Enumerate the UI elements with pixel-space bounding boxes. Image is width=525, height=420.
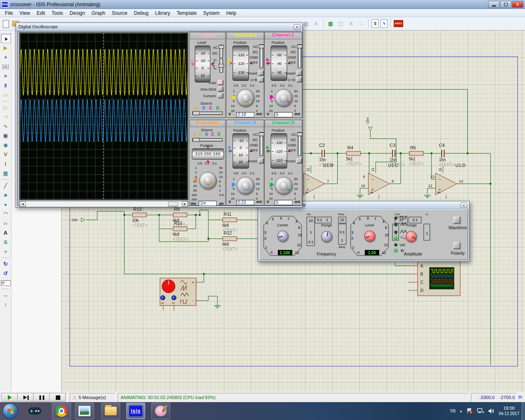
section-trigger-edge-slider-thumb[interactable] [219, 64, 224, 68]
play-button[interactable] [2, 393, 18, 402]
section-channel-d-position-arrows[interactable] [266, 146, 269, 153]
section-trigger-level-arrows[interactable] [190, 59, 194, 66]
subcircuit-tool[interactable]: ▱ [1, 90, 11, 100]
opamp-u1-c[interactable]: −+U1:C8114910 [361, 163, 398, 199]
section-channel-d-coupling-slider-thumb[interactable] [297, 132, 302, 136]
maximize-button[interactable] [500, 1, 511, 8]
section-channel-a-gain-knob[interactable] [237, 89, 254, 107]
section-channel-b-position-arrows[interactable] [228, 146, 231, 153]
section-trigger-auto-button[interactable] [218, 80, 223, 85]
new-design-icon[interactable] [3, 20, 9, 28]
show-desktop-button[interactable] [522, 402, 525, 420]
section-trigger-level-scale[interactable]: -20-10010 [195, 46, 210, 82]
resistor-body[interactable] [173, 227, 187, 231]
menu-item-graph[interactable]: Graph [88, 9, 108, 17]
oscilloscope-titlebar[interactable]: Digital Oscilloscope [16, 23, 302, 31]
selection-tool[interactable]: ▲ [1, 34, 11, 43]
section-horizontal-position-scale[interactable]: 210 200 190 [192, 148, 224, 160]
netlist-compile-icon[interactable]: ▦ [326, 19, 335, 28]
language-indicator[interactable]: TR [450, 409, 456, 413]
minimize-button[interactable] [488, 1, 500, 8]
tray-expand-icon[interactable]: ▲ [459, 409, 463, 413]
resistor-r12[interactable]: R126k8<TEXT> [222, 231, 237, 251]
section-channel-d-position-scale[interactable]: -130-120-110 [271, 133, 287, 169]
section-channel-b-gain-value[interactable]: 0.23 [236, 200, 254, 205]
waveform-button[interactable] [453, 217, 460, 224]
generator-component[interactable]: AMFM+- [160, 278, 201, 310]
flip-horizontal-button[interactable]: ↔ [1, 290, 11, 300]
section-channel-c-extra-button[interactable] [297, 77, 302, 82]
menu-item-help[interactable]: Help [223, 9, 240, 17]
menu-item-library[interactable]: Library [152, 9, 173, 17]
tape-recorder-tool[interactable]: ▣ [1, 131, 11, 140]
component-tool[interactable]: ▶ [1, 43, 11, 52]
section-channel-a-position-arrows[interactable] [228, 58, 231, 65]
current-probe-tool[interactable]: I [1, 159, 11, 169]
section-horizontal-source-slider[interactable] [192, 138, 223, 142]
section-channel-a-gain-value[interactable]: 2.18 [236, 112, 254, 117]
graph-tool[interactable]: ∿ [1, 121, 11, 131]
paint-app[interactable] [151, 403, 170, 419]
stop-button[interactable] [50, 393, 66, 402]
section-trigger-cursors-button[interactable] [218, 93, 223, 98]
taskbar-clock[interactable]: 19:00 04.12.2017 [499, 406, 519, 416]
section-trigger-source-slider-thumb[interactable] [193, 111, 199, 115]
section-channel-c-position-arrows[interactable] [266, 58, 269, 65]
menu-item-source[interactable]: Source [109, 9, 131, 17]
resistor-body[interactable] [347, 151, 361, 155]
section-horizontal-source-slider-thumb[interactable] [193, 138, 199, 142]
wire-label-tool[interactable]: LBL [1, 62, 11, 71]
text-script-tool[interactable]: ≡ [1, 71, 11, 81]
volume-icon[interactable] [488, 408, 495, 414]
start-button[interactable] [2, 403, 18, 419]
section-horizontal-timebase-knob[interactable] [199, 172, 217, 189]
section-channel-b-gain-knob[interactable] [237, 177, 254, 194]
resistor-r5[interactable]: R55k1<TEXT> [409, 145, 424, 166]
section-channel-c-gain-knob[interactable] [275, 89, 292, 107]
chrome-app[interactable] [52, 403, 71, 419]
symbol-tool[interactable]: S [1, 237, 11, 247]
resistor-r13[interactable]: R1310k<TEXT> [132, 207, 147, 228]
resistor-body[interactable] [223, 237, 237, 241]
menu-item-template[interactable]: Template [173, 9, 200, 17]
isis-taskbar-app[interactable]: isis [126, 403, 145, 419]
power-flag[interactable] [81, 218, 85, 222]
section-channel-d-gain-knob[interactable] [275, 177, 292, 194]
oscilloscope-component[interactable]: ABCD [408, 261, 460, 296]
section-channel-c-gain-value[interactable]: 5 [274, 112, 292, 117]
bus-tool[interactable]: ‖ [1, 81, 11, 90]
close-button[interactable]: X [512, 1, 523, 8]
scroll-right-icon[interactable]: ► [182, 201, 188, 207]
arc-tool[interactable]: ◠ [1, 209, 11, 219]
rotate-cw-button[interactable]: ↻ [1, 259, 11, 269]
bill-of-materials-icon[interactable]: $ [372, 19, 379, 28]
section-channel-d-invert-button[interactable] [297, 158, 302, 163]
menu-item-view[interactable]: View [16, 9, 33, 17]
path-tool[interactable]: ∞ [1, 219, 11, 228]
section-trigger-coupling-slider-thumb[interactable] [219, 45, 224, 49]
gamepad-app[interactable]: + [25, 403, 44, 419]
section-trigger-edge-slider[interactable] [219, 59, 223, 73]
message-panel[interactable]: ⚠ 5 Message(s) [70, 393, 116, 402]
circle-tool[interactable]: ● [1, 200, 11, 209]
virtual-instrument-tool[interactable]: ▦ [1, 169, 11, 178]
pause-button[interactable] [34, 393, 50, 402]
section-channel-c-invert-button[interactable] [297, 71, 302, 75]
siggen-centre-knob[interactable] [277, 231, 288, 242]
section-channel-d-gain-value[interactable]: 5 [274, 200, 292, 205]
power-flag[interactable] [368, 127, 372, 130]
terminal-tool[interactable]: ▷ [1, 103, 11, 112]
ares-netlist-icon[interactable]: ARES [394, 20, 403, 27]
menu-item-file[interactable]: File [2, 9, 16, 17]
flip-vertical-button[interactable]: ↕ [1, 300, 11, 309]
explorer-app[interactable] [101, 403, 120, 419]
section-trigger-coupling-slider[interactable] [219, 45, 223, 58]
device-pin-tool[interactable]: ⊣ [1, 112, 11, 121]
netlist-transfer-icon[interactable]: ∴ [357, 19, 365, 28]
step-button[interactable] [18, 393, 34, 402]
junction-dot-tool[interactable]: + [1, 52, 11, 62]
section-trigger-one-shot-button[interactable] [218, 87, 223, 91]
rotate-ccw-button[interactable]: ↺ [1, 269, 11, 278]
voltage-probe-tool[interactable]: V [1, 150, 11, 159]
section-channel-a-position-scale[interactable]: -110-120-130 [233, 46, 249, 81]
